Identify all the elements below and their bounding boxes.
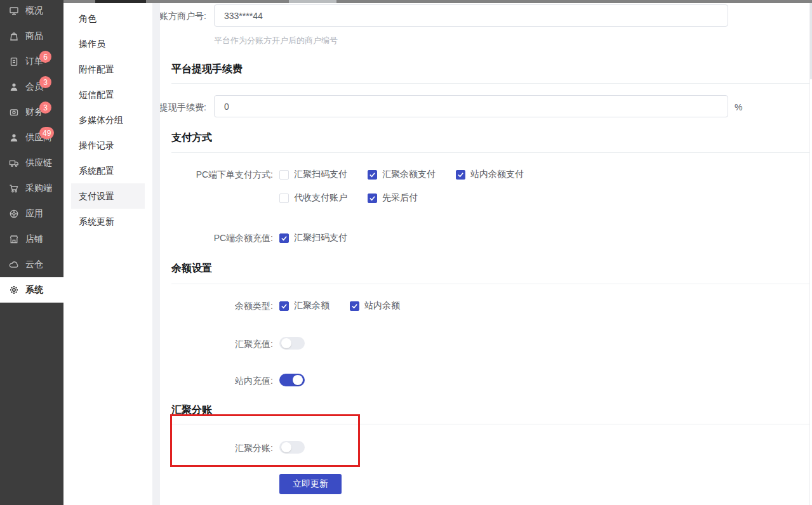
submenu-item-attachment-config[interactable]: 附件配置 [71, 56, 145, 82]
checkbox-icon [279, 193, 289, 203]
pc-recharge-label: PC端余额充值: [146, 233, 273, 244]
pc-order-methods-row2: 代收支付账户 先采后付 [279, 192, 418, 204]
submenu-item-roles[interactable]: 角色 [71, 6, 145, 31]
sidebar-item-shops[interactable]: 店铺 [0, 226, 63, 252]
checkbox-juhe-scan-pay[interactable]: 汇聚扫码支付 [279, 169, 347, 180]
checkbox-checked-icon [350, 301, 359, 311]
payment-section-title: 支付方式 [171, 131, 212, 145]
sidebar-item-goods[interactable]: 商品 [0, 23, 63, 49]
suppliers-badge: 49 [39, 127, 54, 139]
sidebar-item-overview[interactable]: 概况 [0, 0, 63, 23]
monitor-icon [9, 6, 19, 16]
submenu-item-payment-settings[interactable]: 支付设置 [71, 183, 145, 209]
checkbox-checked-icon [279, 301, 289, 311]
finance-badge: 3 [39, 102, 51, 114]
checkbox-icon [279, 170, 289, 180]
top-scrollbar-thumb[interactable] [95, 0, 146, 3]
sidebar-item-cloud-warehouse[interactable]: 云仓 [0, 252, 63, 277]
checkbox-juhe-balance[interactable]: 汇聚余额 [279, 300, 329, 312]
withdraw-fee-input[interactable] [214, 95, 728, 117]
juhe-recharge-toggle[interactable] [279, 337, 305, 350]
juhe-recharge-label: 汇聚充值: [146, 339, 273, 350]
checkbox-pay-after-purchase[interactable]: 先采后付 [368, 192, 418, 204]
supplier-icon [9, 133, 19, 143]
merchant-no-help: 平台作为分账方开户后的商户编号 [214, 35, 338, 46]
main-sidebar: 概况 商品 订单 6 会员 3 [0, 0, 63, 505]
sidebar-item-suppliers[interactable]: 供应商 49 [0, 125, 63, 150]
juhe-split-toggle[interactable] [279, 441, 305, 454]
submenu-item-sms-config[interactable]: 短信配置 [71, 82, 145, 107]
main-nav: 概况 商品 订单 6 会员 3 [0, 0, 63, 303]
sidebar-item-label: 采购端 [25, 183, 52, 194]
sidebar-item-label: 商品 [25, 30, 43, 42]
sidebar-item-label: 云仓 [25, 259, 43, 270]
merchant-no-input[interactable] [214, 4, 728, 27]
section-divider [171, 424, 812, 424]
juhe-split-label: 汇聚分账: [146, 443, 273, 454]
gear-icon [9, 285, 19, 295]
withdraw-section-title: 平台提现手续费 [171, 63, 243, 76]
submenu-item-system-config[interactable]: 系统配置 [71, 158, 145, 183]
clipboard-icon [9, 56, 19, 67]
sidebar-item-label: 系统 [25, 284, 43, 296]
checkbox-checked-icon [456, 170, 465, 180]
top-scrollbar[interactable] [63, 0, 812, 3]
checkbox-juhe-balance-pay[interactable]: 汇聚余额支付 [368, 169, 436, 180]
sidebar-item-system[interactable]: 系统 [0, 277, 63, 303]
section-divider [171, 152, 812, 153]
checkbox-site-balance[interactable]: 站内余额 [350, 300, 400, 312]
finance-icon [9, 107, 19, 117]
percent-suffix: % [735, 102, 742, 112]
sidebar-item-finance[interactable]: 财务 3 [0, 100, 63, 125]
shop-icon [9, 234, 19, 244]
sidebar-item-orders[interactable]: 订单 6 [0, 49, 63, 74]
truck-icon [9, 158, 19, 168]
apps-icon [9, 209, 19, 219]
sidebar-item-procurement[interactable]: 采购端 [0, 176, 63, 201]
submenu-item-media-groups[interactable]: 多媒体分组 [71, 107, 145, 133]
submenu-item-system-update[interactable]: 系统更新 [71, 209, 145, 234]
balance-section-title: 余额设置 [171, 262, 212, 275]
top-scrollbar-gap [289, 0, 336, 3]
toggle-knob [281, 338, 291, 348]
update-now-button[interactable]: 立即更新 [279, 474, 342, 494]
site-recharge-toggle[interactable] [279, 374, 305, 386]
balance-type-row: 汇聚余额 站内余额 [279, 300, 400, 312]
bag-icon [9, 31, 19, 41]
sidebar-item-supply-chain[interactable]: 供应链 [0, 150, 63, 176]
page: 概况 商品 订单 6 会员 3 [0, 0, 812, 505]
checkbox-site-balance-pay[interactable]: 站内余额支付 [456, 169, 524, 180]
sidebar-item-members[interactable]: 会员 3 [0, 74, 63, 100]
balance-type-label: 余额类型: [146, 301, 273, 312]
section-divider [171, 284, 812, 284]
sidebar-item-label: 概况 [25, 5, 43, 16]
checkbox-collection-account[interactable]: 代收支付账户 [279, 192, 347, 204]
toggle-knob [293, 375, 303, 385]
checkbox-checked-icon [368, 193, 377, 203]
annotation-red-box [170, 414, 360, 467]
pc-recharge-row: 汇聚扫码支付 [279, 232, 347, 244]
sidebar-item-label: 店铺 [25, 233, 43, 245]
member-icon [9, 82, 19, 92]
toggle-knob [281, 442, 291, 452]
checkbox-checked-icon [368, 170, 377, 180]
section-divider [171, 83, 812, 84]
sidebar-item-apps[interactable]: 应用 [0, 201, 63, 226]
checkbox-recharge-juhe-scan-pay[interactable]: 汇聚扫码支付 [279, 232, 347, 244]
checkbox-checked-icon [279, 233, 289, 243]
split-section-title: 汇聚分账 [171, 403, 212, 417]
site-recharge-label: 站内充值: [146, 376, 273, 387]
pc-order-methods-label: PC端下单支付方式: [146, 169, 273, 181]
sidebar-item-label: 应用 [25, 208, 43, 220]
content-scroll-gutter[interactable] [152, 3, 160, 505]
sidebar-item-label: 供应链 [25, 157, 52, 169]
cart-icon [9, 183, 19, 193]
system-submenu: 角色 操作员 附件配置 短信配置 多媒体分组 操作记录 系统配置 支付设置 系统… [63, 3, 152, 505]
submenu-item-operators[interactable]: 操作员 [71, 31, 145, 56]
orders-badge: 6 [39, 51, 51, 63]
pc-order-methods-row1: 汇聚扫码支付 汇聚余额支付 站内余额支付 [279, 169, 524, 180]
cloud-icon [9, 259, 19, 270]
submenu-item-operation-log[interactable]: 操作记录 [71, 133, 145, 158]
members-badge: 3 [39, 76, 51, 88]
